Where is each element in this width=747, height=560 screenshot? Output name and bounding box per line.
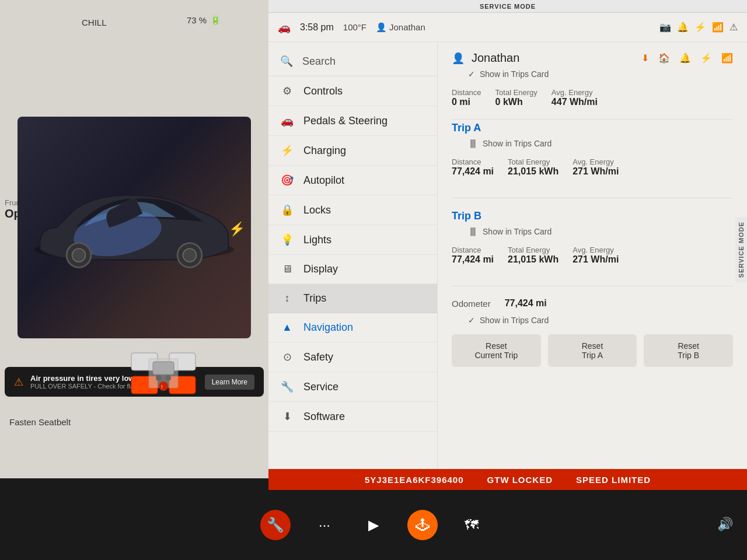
trip-b-stats: Distance 77,424 mi Total Energy 21,015 k… [452,246,733,265]
menu-item-trips[interactable]: ↕ Trips [268,284,437,313]
stat-avg-energy-b: Avg. Energy 271 Wh/mi [573,246,619,265]
status-username: Jonathan [389,22,425,32]
status-time: 3:58 pm [300,22,334,33]
status-bar: 🚗 3:58 pm 100°F 👤 Jonathan 📷 🔔 ⚡ 📶 ⚠ [268,13,747,42]
display-icon: 🖥 [280,263,294,275]
menu-item-locks[interactable]: 🔒 Locks [268,195,437,225]
stat-distance-a-label: Distance [452,158,494,166]
pedals-icon: 🚗 [280,114,294,127]
software-label: Software [303,411,345,423]
trip-b-show-toggle[interactable]: ▐▌ Show in Trips Card [468,227,733,236]
taskbar-maps-icon[interactable]: 🗺 [456,510,487,540]
trip-b-toggle-icon: ▐▌ [468,228,478,236]
show-trips-toggle[interactable]: ✓ Show in Trips Card [468,69,733,79]
navigation-label: Navigation [303,321,353,334]
stat-avg-energy-current-label: Avg. Energy [551,88,598,97]
menu-item-display[interactable]: 🖥 Display [268,255,437,284]
chill-indicator: CHILL [82,18,107,27]
notification-icon[interactable]: 🔔 [677,22,689,33]
controls-label: Controls [303,85,343,97]
controls-icon: ⚙ [280,85,294,97]
reset-current-trip-button[interactable]: ResetCurrent Trip [452,334,541,367]
menu-item-charging[interactable]: ⚡ Charging [268,136,437,166]
stat-avg-energy-a-label: Avg. Energy [573,158,619,166]
trip-a-stats: Distance 77,424 mi Total Energy 21,015 k… [452,158,733,177]
menu-item-service[interactable]: 🔧 Service [268,372,437,402]
pedals-label: Pedals & Steering [303,115,388,127]
stat-distance-b: Distance 77,424 mi [452,246,494,265]
tire-display: ! [128,350,198,397]
reset-trip-b-button[interactable]: ResetTrip B [644,334,733,367]
menu-item-pedals[interactable]: 🚗 Pedals & Steering [268,106,437,136]
locks-icon: 🔒 [280,204,294,216]
vin-bar: 5YJ3E1EA6KF396400 GTW LOCKED SPEED LIMIT… [268,469,747,490]
safety-icon: ⊙ [280,351,294,363]
reset-trip-a-button[interactable]: ResetTrip A [548,334,637,367]
stat-avg-energy-b-label: Avg. Energy [573,246,619,254]
divider-1 [452,119,733,120]
stat-energy-a-value: 21,015 kWh [508,166,558,177]
stat-distance-b-value: 77,424 mi [452,254,494,265]
stat-avg-energy-a-value: 271 Wh/mi [573,166,619,177]
charging-icon: ⚡ [280,144,294,157]
bluetooth-icon: ⚡ [694,22,706,33]
menu-item-safety[interactable]: ⊙ Safety [268,342,437,372]
battery-status: 73 % 🔋 [187,15,221,25]
trip-a-show-label: Show in Trips Card [483,139,551,148]
menu-item-lights[interactable]: 💡 Lights [268,225,437,255]
software-icon: ⬇ [280,410,294,423]
taskbar-tools-icon[interactable]: 🔧 [260,510,291,540]
user-name: Jonathan [472,51,519,65]
svg-point-3 [72,249,86,262]
stat-distance-a-value: 77,424 mi [452,166,494,177]
trip-a-show-toggle[interactable]: ▐▌ Show in Trips Card [468,139,733,148]
checkmark-icon: ✓ [468,69,475,79]
menu-item-navigation[interactable]: ▲ Navigation [268,313,437,342]
stat-energy-current-label: Total Energy [495,88,537,97]
odometer-show-toggle[interactable]: ✓ Show in Trips Card [468,316,733,325]
passenger-airbag-icon: ⚠ [729,22,738,33]
menu-item-software[interactable]: ⬇ Software [268,402,437,432]
stat-distance-b-label: Distance [452,246,494,254]
download-icon: ⬇ [641,52,649,64]
car-status-icon: 🚗 [278,21,291,34]
stat-energy-b-value: 21,015 kWh [508,254,558,265]
stat-energy-b-label: Total Energy [508,246,558,254]
stat-distance-current-label: Distance [452,88,481,97]
stat-energy-a: Total Energy 21,015 kWh [508,158,558,177]
current-trip-stats: Distance 0 mi Total Energy 0 kWh Avg. En… [452,88,733,107]
service-mode-side-label: SERVICE MODE [735,217,747,282]
volume-icon[interactable]: 🔊 [717,517,733,532]
menu-item-controls[interactable]: ⚙ Controls [268,76,437,106]
search-item[interactable]: 🔍 Search [268,47,437,76]
taskbar-joystick-icon[interactable]: 🕹 [407,510,438,540]
service-label: Service [303,381,338,393]
menu-item-autopilot[interactable]: 🎯 Autopilot [268,166,437,195]
stat-distance-current-value: 0 mi [452,97,481,107]
learn-more-button[interactable]: Learn More [205,374,254,390]
bt-icon: ⚡ [700,52,712,64]
home-icon: 🏠 [658,52,670,64]
user-icon: 👤 [452,52,465,65]
svg-text:!: ! [161,384,163,390]
stat-avg-energy-b-value: 271 Wh/mi [573,254,619,265]
taskbar-dots-icon[interactable]: ··· [309,510,340,540]
reset-buttons: ResetCurrent Trip ResetTrip A ResetTrip … [452,334,733,367]
locks-label: Locks [303,204,331,216]
stat-avg-energy-current-value: 447 Wh/mi [551,97,598,107]
user-header: 👤 Jonathan ⬇ 🏠 🔔 ⚡ 📶 [452,51,733,65]
trip-b-show-label: Show in Trips Card [483,227,551,236]
bell-icon: 🔔 [679,52,691,64]
stat-distance-a: Distance 77,424 mi [452,158,494,177]
odometer-label: Odometer [452,299,491,309]
stat-avg-energy-current: Avg. Energy 447 Wh/mi [551,88,598,107]
navigation-icon: ▲ [280,321,294,334]
charging-label: Charging [303,145,346,157]
stat-energy-b: Total Energy 21,015 kWh [508,246,558,265]
left-panel: CHILL 73 % 🔋 Trunk Open Frunk Open [0,0,268,478]
svg-text:⚡: ⚡ [229,220,246,237]
signal-icon: 📶 [712,22,724,33]
taskbar-play-icon[interactable]: ▶ [358,510,389,540]
seatbelt-warning: Fasten Seatbelt [0,412,80,432]
autopilot-label: Autopilot [303,174,344,187]
